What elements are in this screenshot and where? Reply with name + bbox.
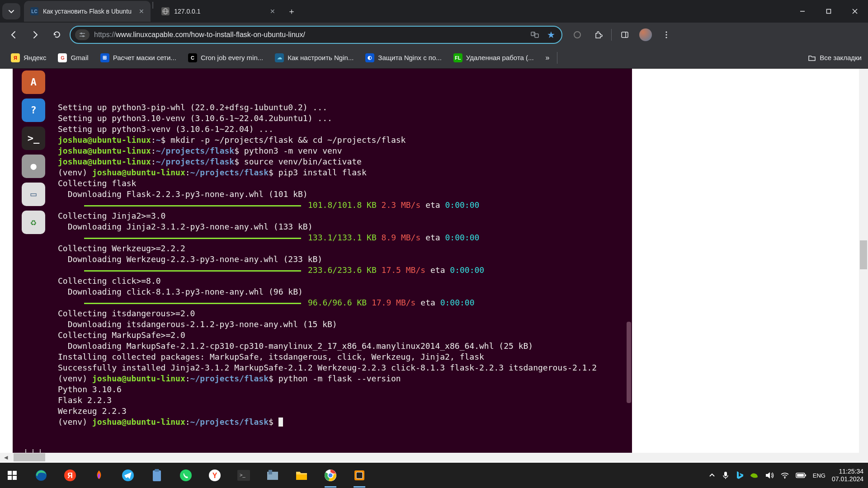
browser-tab[interactable]: 127.0.0.1✕ <box>155 1 282 22</box>
close-window-button[interactable] <box>842 2 868 20</box>
address-bar[interactable]: https://www.linuxcapable.com/how-to-inst… <box>70 26 562 44</box>
bing-icon[interactable] <box>735 470 743 480</box>
scroll-thumb[interactable] <box>14 453 45 461</box>
side-panel-button[interactable] <box>617 27 632 42</box>
vertical-scrollbar[interactable] <box>859 69 868 462</box>
svg-rect-35 <box>296 474 307 480</box>
yandex-browser-icon[interactable]: Я <box>62 468 78 483</box>
bookmark-label: Gmail <box>71 54 88 61</box>
battery-icon[interactable] <box>796 472 807 479</box>
close-tab-icon[interactable]: ✕ <box>139 8 144 15</box>
wifi-icon[interactable] <box>780 472 789 479</box>
svg-rect-4 <box>827 9 831 14</box>
site-info-chip[interactable] <box>75 29 90 40</box>
svg-rect-18 <box>8 471 12 475</box>
bookmark-label: Как настроить Ngin... <box>288 54 354 61</box>
bookmark-item[interactable]: ⊞Расчет маски сети... <box>96 51 181 65</box>
tab-title: Как установить Flask в Ubuntu <box>43 8 134 15</box>
dock-item: ● <box>22 155 45 178</box>
browser-chrome: LCКак установить Flask в Ubuntu✕|127.0.0… <box>0 0 868 69</box>
clock[interactable]: 11:25:3407.01.2024 <box>832 468 863 483</box>
extensions-button[interactable] <box>590 27 606 42</box>
divider <box>557 52 557 64</box>
menu-button[interactable] <box>659 27 674 42</box>
terminal-screenshot: A?>_●▭♻⋮⋮⋮ Setting up python3-pip-whl (2… <box>13 69 632 462</box>
ubuntu-dock: A?>_●▭♻⋮⋮⋮ <box>13 69 54 462</box>
vmware-icon[interactable] <box>352 468 367 483</box>
bookmark-label: Расчет маски сети... <box>113 54 176 61</box>
dock-item: ▭ <box>22 183 45 206</box>
minimize-button[interactable] <box>789 2 816 20</box>
tray-overflow-icon[interactable] <box>708 468 716 483</box>
bookmark-item[interactable]: CCron job every min... <box>184 51 268 65</box>
bookmarks-bar: ЯЯндексGGmail⊞Расчет маски сети...CCron … <box>0 47 868 69</box>
back-button[interactable] <box>5 26 23 44</box>
bookmark-item[interactable]: ЯЯндекс <box>6 51 51 65</box>
bookmark-item[interactable]: ◐Защита Nginx с по... <box>361 51 446 65</box>
svg-point-15 <box>665 31 667 33</box>
windows-taskbar: Я Y >_ ENG 11:25:3407.01.2024 <box>0 463 868 488</box>
svg-rect-26 <box>153 470 161 481</box>
dock-item: ♻ <box>22 211 45 234</box>
bookmark-star-icon[interactable]: ★ <box>545 29 557 41</box>
all-bookmarks-button[interactable]: Все закладки <box>808 54 862 62</box>
bookmarks-overflow[interactable]: » <box>542 54 553 62</box>
toolbar: https://www.linuxcapable.com/how-to-inst… <box>0 23 868 47</box>
toolbar-right <box>570 27 674 42</box>
whatsapp-icon[interactable] <box>178 468 193 483</box>
app-icon-clipboard[interactable] <box>149 468 165 483</box>
svg-rect-20 <box>8 476 12 480</box>
horizontal-scrollbar[interactable]: ◀ ▶ <box>0 453 868 462</box>
profile-avatar[interactable] <box>638 27 653 42</box>
scroll-thumb[interactable] <box>860 240 867 269</box>
svg-point-7 <box>80 33 82 34</box>
svg-rect-21 <box>13 476 17 480</box>
bookmark-label: Удаленная работа (... <box>466 54 534 61</box>
globe-icon <box>162 8 169 14</box>
bookmark-label: Cron job every min... <box>201 54 263 61</box>
volume-icon[interactable] <box>765 471 774 479</box>
folder-icon <box>808 54 816 62</box>
edge-icon[interactable] <box>33 468 49 483</box>
microphone-icon[interactable] <box>722 471 729 479</box>
telegram-icon[interactable] <box>120 468 136 483</box>
search-tabs-button[interactable] <box>2 3 20 19</box>
tab-strip: LCКак установить Flask в Ubuntu✕|127.0.0… <box>0 0 868 23</box>
bookmark-item[interactable]: ☁Как настроить Ngin... <box>270 51 358 65</box>
system-tray: ENG 11:25:3407.01.2024 <box>708 468 863 483</box>
app-icon-generic[interactable] <box>265 468 280 483</box>
scroll-left-arrow[interactable]: ◀ <box>2 453 10 461</box>
terminal-app-icon[interactable]: >_ <box>236 468 251 483</box>
new-tab-button[interactable]: ＋ <box>284 4 299 19</box>
maximize-button[interactable] <box>816 2 842 20</box>
url-text: https://www.linuxcapable.com/how-to-inst… <box>94 31 524 39</box>
start-button[interactable] <box>5 468 20 483</box>
svg-text:Y: Y <box>212 472 217 479</box>
forward-button[interactable] <box>26 26 44 44</box>
language-indicator[interactable]: ENG <box>813 472 826 479</box>
file-explorer-icon[interactable] <box>294 468 309 483</box>
close-tab-icon[interactable]: ✕ <box>270 8 275 15</box>
yandex-app-icon[interactable]: Y <box>207 468 222 483</box>
bookmark-item[interactable]: FLУдаленная работа (... <box>449 51 538 65</box>
browser-tab[interactable]: LCКак установить Flask в Ubuntu✕ <box>24 1 151 22</box>
svg-rect-44 <box>805 474 806 476</box>
svg-point-38 <box>328 473 333 478</box>
dock-item: A <box>22 70 45 94</box>
nvidia-icon[interactable] <box>750 472 759 479</box>
translate-icon[interactable]: 文 <box>529 29 541 41</box>
app-icon-flame[interactable] <box>91 468 107 483</box>
svg-rect-41 <box>724 472 727 476</box>
svg-rect-40 <box>356 472 363 479</box>
reload-button[interactable] <box>48 26 66 44</box>
bookmark-item[interactable]: GGmail <box>53 51 93 65</box>
svg-text:文: 文 <box>533 32 536 35</box>
tune-icon <box>79 31 86 38</box>
page-content: A?>_●▭♻⋮⋮⋮ Setting up python3-pip-whl (2… <box>0 69 868 462</box>
svg-text:Я: Я <box>67 472 73 479</box>
chrome-icon[interactable] <box>323 468 338 483</box>
svg-rect-27 <box>155 469 159 472</box>
bookmark-label: Яндекс <box>24 54 46 61</box>
extension-icon[interactable] <box>570 27 585 42</box>
dock-item: ? <box>22 99 45 122</box>
